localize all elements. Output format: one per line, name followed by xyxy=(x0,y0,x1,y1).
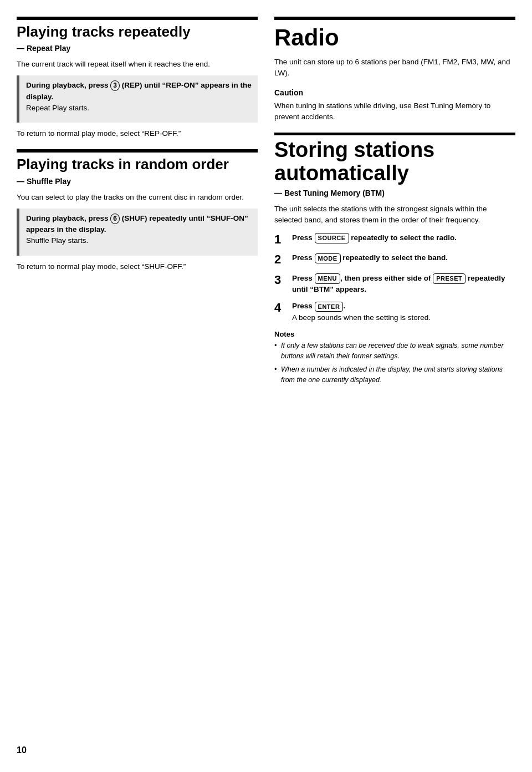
step-3: 3 Press MENU, then press either side of … xyxy=(274,273,515,296)
note-2: When a number is indicated in the displa… xyxy=(274,364,515,385)
note-2-text: When a number is indicated in the displa… xyxy=(281,365,503,384)
section-1-body1: The current track will repeat itself whe… xyxy=(17,59,258,70)
highlight-1-text: During playback, press 3 (REP) until “RE… xyxy=(26,80,252,114)
step-2-text2: repeatedly to select the band. xyxy=(341,253,448,262)
step-3-text: Press MENU, then press either side of PR… xyxy=(292,273,515,296)
section-shuffle-play: Playing tracks in random order — Shuffle… xyxy=(17,149,258,272)
highlight-1-bold: During playback, press 3 (REP) until “RE… xyxy=(26,81,252,100)
key-3: 3 xyxy=(110,80,120,91)
radio-body1: The unit can store up to 6 stations per … xyxy=(274,57,515,79)
storing-title: Storing stations automatically xyxy=(274,139,515,185)
step-1-press: Press xyxy=(292,233,315,242)
left-column: Playing tracks repeatedly — Repeat Play … xyxy=(17,17,258,389)
notes-list: If only a few stations can be received d… xyxy=(274,341,515,385)
step-3-num: 3 xyxy=(274,273,290,287)
key-6: 6 xyxy=(110,214,120,224)
notes-section: Notes If only a few stations can be rece… xyxy=(274,330,515,385)
step-2: 2 Press MODE repeatedly to select the ba… xyxy=(274,252,515,267)
highlight-2-text: During playback, press 6 (SHUF) repeated… xyxy=(26,213,252,247)
section-radio: Radio The unit can store up to 6 station… xyxy=(274,17,515,79)
step-2-press: Press xyxy=(292,253,315,262)
storing-subtitle: — Best Tuning Memory (BTM) xyxy=(274,187,515,199)
step-3-key-preset: PRESET xyxy=(433,273,466,284)
section-2-title: Playing tracks in random order xyxy=(17,156,258,173)
step-3-press: Press xyxy=(292,274,315,282)
right-column: Radio The unit can store up to 6 station… xyxy=(274,17,515,389)
step-1-key-source: SOURCE xyxy=(315,233,349,243)
step-4-sub: A beep sounds when the setting is stored… xyxy=(292,313,431,322)
step-1: 1 Press SOURCE repeatedly to select the … xyxy=(274,232,515,247)
highlight-box-2: During playback, press 6 (SHUF) repeated… xyxy=(17,209,258,256)
step-3-key-menu: MENU xyxy=(315,273,340,284)
section-storing: Storing stations automatically — Best Tu… xyxy=(274,133,515,385)
caution-section: Caution When tuning in stations while dr… xyxy=(274,87,515,123)
step-4-press: Press xyxy=(292,302,315,310)
step-1-text: Press SOURCE repeatedly to select the ra… xyxy=(292,232,515,243)
storing-body1: The unit selects the stations with the s… xyxy=(274,204,515,226)
notes-title: Notes xyxy=(274,330,294,338)
section-1-title: Playing tracks repeatedly xyxy=(17,23,258,40)
step-4-period: . xyxy=(343,302,345,310)
step-2-text: Press MODE repeatedly to select the band… xyxy=(292,252,515,263)
step-4: 4 Press ENTER. A beep sounds when the se… xyxy=(274,301,515,323)
section-1-body2: To return to normal play mode, select “R… xyxy=(17,128,258,139)
section-2-body2: To return to normal play mode, select “S… xyxy=(17,261,258,272)
highlight-2-sub: Shuffle Play starts. xyxy=(26,236,88,245)
highlight-box-1: During playback, press 3 (REP) until “RE… xyxy=(17,75,258,123)
highlight-2-bold: During playback, press 6 (SHUF) repeated… xyxy=(26,214,248,233)
section-divider-2 xyxy=(17,149,258,153)
section-divider-1 xyxy=(17,17,258,20)
step-1-num: 1 xyxy=(274,232,290,247)
note-1: If only a few stations can be received d… xyxy=(274,341,515,362)
step-2-num: 2 xyxy=(274,252,290,267)
step-3-text2: , then press either side of xyxy=(340,274,433,282)
step-4-text: Press ENTER. A beep sounds when the sett… xyxy=(292,301,515,323)
step-1-text2: repeatedly to select the radio. xyxy=(349,233,457,242)
highlight-1-sub: Repeat Play starts. xyxy=(26,104,89,112)
step-2-key-mode: MODE xyxy=(315,253,341,264)
section-2-body1: You can select to play the tracks on the… xyxy=(17,192,258,203)
storing-divider xyxy=(274,133,515,135)
step-4-key-enter: ENTER xyxy=(315,302,344,312)
radio-title: Radio xyxy=(274,24,515,51)
caution-body: When tuning in stations while driving, u… xyxy=(274,100,515,123)
steps-list: 1 Press SOURCE repeatedly to select the … xyxy=(274,232,515,323)
section-2-subtitle: — Shuffle Play xyxy=(17,176,258,187)
note-1-text: If only a few stations can be received d… xyxy=(281,342,504,360)
radio-divider xyxy=(274,17,515,20)
caution-title: Caution xyxy=(274,87,515,99)
section-1-subtitle: — Repeat Play xyxy=(17,43,258,54)
step-4-num: 4 xyxy=(274,301,290,315)
page-number: 10 xyxy=(17,745,27,755)
section-repeat-play: Playing tracks repeatedly — Repeat Play … xyxy=(17,17,258,139)
